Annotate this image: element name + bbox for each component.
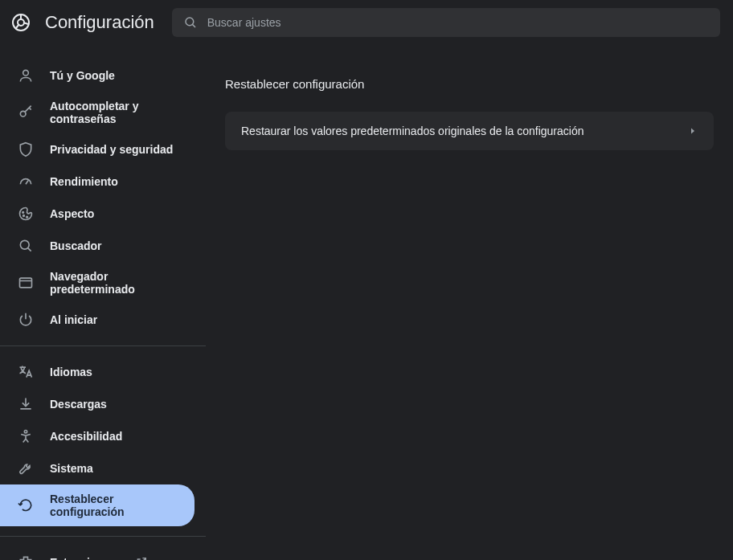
sidebar-item-label: Al iniciar — [50, 313, 97, 326]
wrench-icon — [18, 460, 34, 476]
sidebar-item-label: Tú y Google — [50, 69, 115, 82]
power-icon — [18, 312, 34, 328]
external-link-icon — [135, 556, 148, 560]
accessibility-icon — [18, 428, 34, 444]
sidebar-item-label: Buscador — [50, 239, 102, 252]
sidebar-item-label: Navegador predeterminado — [50, 270, 193, 296]
sidebar-item-label: Sistema — [50, 462, 93, 475]
extension-icon — [18, 554, 34, 560]
reset-icon — [18, 497, 34, 513]
svg-point-8 — [23, 215, 25, 217]
sidebar-item-reset[interactable]: Restablecer configuración — [0, 484, 195, 526]
sidebar-item-label: Autocompletar y contraseñas — [50, 100, 193, 125]
sidebar-item-label: Accesibilidad — [50, 430, 122, 443]
search-box[interactable] — [172, 8, 720, 37]
chevron-right-icon — [688, 126, 698, 136]
sidebar-item-label: Privacidad y seguridad — [50, 143, 173, 156]
download-icon — [18, 396, 34, 412]
sidebar-item-you-and-google[interactable]: Tú y Google — [0, 59, 206, 92]
sidebar-divider — [0, 536, 206, 537]
sidebar-item-label: Rendimiento — [50, 175, 118, 188]
translate-icon — [18, 364, 34, 380]
reset-settings-row[interactable]: Restaurar los valores predeterminados or… — [225, 112, 714, 150]
sidebar-item-downloads[interactable]: Descargas — [0, 388, 206, 420]
sidebar-item-default-browser[interactable]: Navegador predeterminado — [0, 262, 206, 304]
search-input[interactable] — [207, 16, 709, 29]
browser-icon — [18, 275, 34, 291]
reset-settings-label: Restaurar los valores predeterminados or… — [241, 125, 584, 137]
svg-point-2 — [186, 18, 194, 26]
app-title: Configuración — [45, 12, 154, 33]
svg-point-4 — [23, 70, 29, 76]
header: Configuración — [0, 0, 733, 45]
svg-rect-12 — [20, 278, 32, 288]
sidebar-item-label: Extensiones — [50, 556, 116, 560]
svg-line-3 — [192, 24, 195, 27]
sidebar-item-performance[interactable]: Rendimiento — [0, 166, 206, 198]
svg-line-6 — [26, 180, 28, 184]
svg-point-9 — [27, 216, 28, 218]
section-title: Restablecer configuración — [225, 77, 714, 91]
sidebar: Tú y Google Autocompletar y contraseñas … — [0, 45, 206, 560]
search-icon — [18, 238, 34, 254]
shield-icon — [18, 141, 34, 157]
svg-point-15 — [24, 431, 27, 433]
sidebar-item-label: Idiomas — [50, 366, 92, 378]
sidebar-item-privacy[interactable]: Privacidad y seguridad — [0, 133, 206, 166]
sidebar-item-languages[interactable]: Idiomas — [0, 356, 206, 388]
sidebar-item-label: Aspecto — [50, 207, 94, 220]
sidebar-item-system[interactable]: Sistema — [0, 452, 206, 484]
main-content: Restablecer configuración Restaurar los … — [206, 45, 733, 560]
chrome-logo-icon — [11, 13, 31, 32]
key-icon — [18, 104, 34, 121]
sidebar-item-label: Descargas — [50, 398, 107, 411]
sidebar-divider — [0, 345, 206, 346]
speedometer-icon — [18, 174, 34, 190]
svg-point-5 — [20, 111, 26, 116]
svg-line-11 — [28, 248, 31, 251]
svg-point-10 — [20, 240, 29, 249]
palette-icon — [18, 206, 34, 222]
sidebar-item-autofill[interactable]: Autocompletar y contraseñas — [0, 92, 206, 133]
person-icon — [18, 67, 34, 84]
sidebar-item-accessibility[interactable]: Accesibilidad — [0, 420, 206, 452]
sidebar-item-appearance[interactable]: Aspecto — [0, 198, 206, 230]
svg-point-7 — [23, 212, 24, 214]
sidebar-item-search-engine[interactable]: Buscador — [0, 230, 206, 262]
sidebar-item-label: Restablecer configuración — [50, 493, 182, 518]
sidebar-item-on-startup[interactable]: Al iniciar — [0, 304, 206, 336]
sidebar-item-extensions[interactable]: Extensiones — [0, 546, 206, 560]
search-icon — [183, 15, 198, 30]
